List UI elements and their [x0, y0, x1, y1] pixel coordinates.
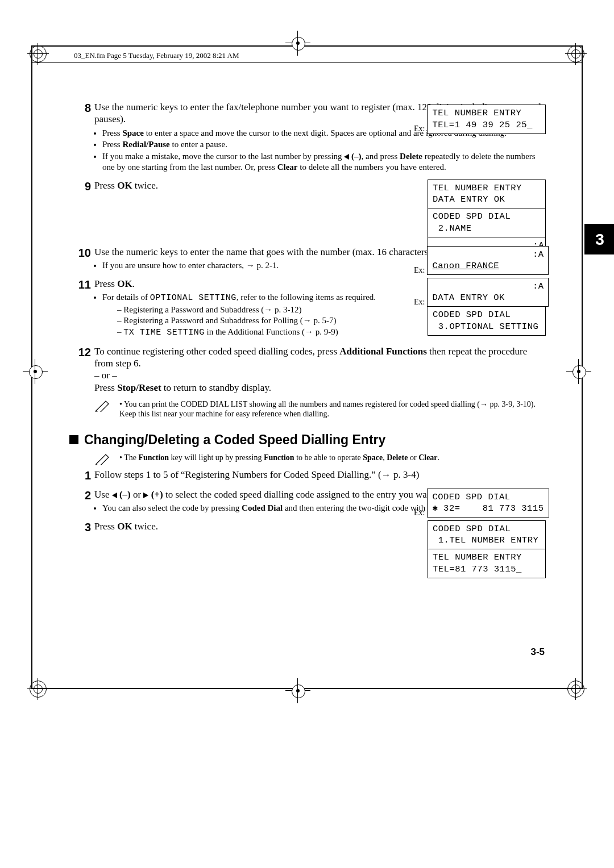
- lcd-screen: TEL NUMBER ENTRY DATA ENTRY OK: [428, 180, 546, 209]
- running-header: 03_EN.fm Page 5 Tuesday, February 19, 20…: [74, 51, 239, 60]
- step-number: 10: [69, 246, 94, 272]
- lcd-screen: CODED SPD DIAL 3.OPTIONAL SETTING: [428, 307, 546, 336]
- example-label: Ex:: [414, 265, 425, 276]
- step-text: Press Stop/Reset to return to standby di…: [94, 382, 546, 394]
- section-heading: Changing/Deleting a Coded Speed Dialling…: [69, 432, 546, 448]
- step-text: Press: [94, 180, 117, 191]
- step-number: 11: [69, 278, 94, 340]
- example-label: Ex:: [414, 297, 425, 307]
- note-text: • The Function key will light up by pres…: [119, 453, 439, 465]
- page-number: 3-5: [530, 646, 545, 658]
- lcd-screen: :A DATA ENTRY OK: [427, 278, 549, 307]
- lcd-screen: CODED SPD DIAL 1.TEL NUMBER ENTRY: [428, 520, 546, 550]
- bullet-item: Press Redial/Pause to enter a pause.: [102, 139, 546, 150]
- note-icon: [94, 399, 110, 412]
- square-bullet-icon: [69, 435, 78, 444]
- lcd-screen: TEL NUMBER ENTRY TEL=81 773 3115_: [428, 549, 546, 578]
- lcd-screen: TEL NUMBER ENTRY TEL=1 49 39 25 25_: [427, 105, 546, 134]
- lcd-screen: CODED SPD DIAL ✱ 32= 81 773 3115: [427, 489, 549, 518]
- lcd-screen: :A Canon FRANCE: [427, 246, 549, 276]
- step-text: To continue registering other coded spee…: [94, 346, 339, 357]
- step-text: Follow steps 1 to 5 of “Registering Numb…: [94, 469, 546, 483]
- step-number: 1: [69, 469, 94, 483]
- step-number: 2: [69, 489, 94, 515]
- step-text: Press OK twice.: [94, 521, 158, 532]
- note-text: • You can print the CODED DIAL LIST show…: [119, 399, 546, 419]
- step-number: 3: [69, 520, 94, 535]
- example-label: Ex:: [414, 508, 425, 518]
- note-icon: [94, 453, 110, 465]
- lcd-screen: CODED SPD DIAL 2.NAME: [428, 208, 546, 237]
- chapter-tab: 3: [584, 224, 614, 254]
- left-arrow-icon: [344, 154, 349, 160]
- example-label: Ex:: [414, 124, 425, 134]
- step-number: 12: [69, 345, 94, 394]
- step-number: 8: [69, 101, 94, 174]
- step-number: 9: [69, 180, 94, 194]
- bullet-item: If you make a mistake, move the cursor t…: [102, 151, 546, 173]
- left-arrow-icon: [112, 493, 117, 498]
- step-text: – or –: [94, 369, 546, 381]
- step-text: Press: [94, 278, 117, 289]
